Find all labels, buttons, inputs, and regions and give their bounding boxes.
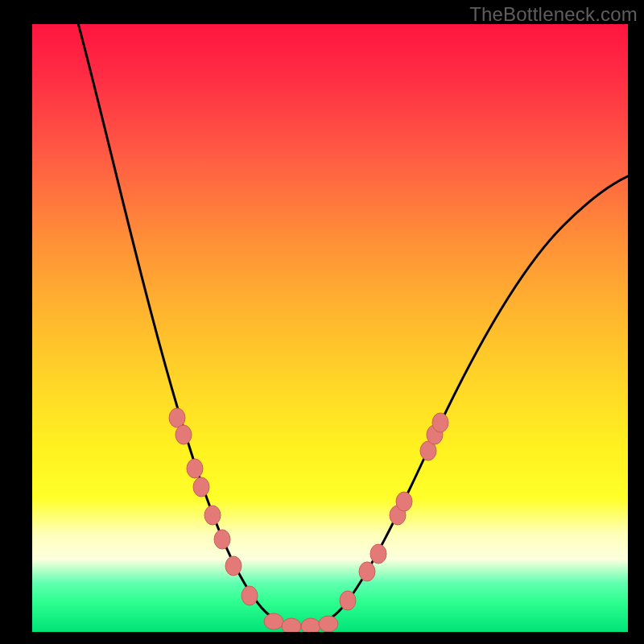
plot-area <box>32 24 628 632</box>
svg-point-4 <box>204 506 221 525</box>
svg-point-5 <box>214 530 230 549</box>
svg-point-8 <box>264 613 283 630</box>
svg-point-9 <box>282 618 301 632</box>
watermark-text: TheBottleneck.com <box>469 3 638 26</box>
svg-point-19 <box>432 413 448 432</box>
svg-point-16 <box>396 492 412 511</box>
svg-point-7 <box>242 586 258 605</box>
svg-point-3 <box>193 477 209 497</box>
svg-point-13 <box>359 562 375 581</box>
svg-point-14 <box>370 544 386 564</box>
data-points-left-branch <box>169 408 258 605</box>
bottleneck-curve <box>32 24 628 632</box>
svg-point-0 <box>169 408 185 427</box>
svg-point-11 <box>319 616 338 632</box>
svg-point-10 <box>301 618 320 632</box>
svg-point-6 <box>225 556 242 576</box>
svg-point-12 <box>340 591 356 610</box>
data-points-bottom <box>264 613 338 632</box>
data-points-right-branch <box>340 413 448 610</box>
svg-point-1 <box>175 425 192 444</box>
svg-point-2 <box>187 459 203 478</box>
chart-frame: TheBottleneck.com <box>0 0 644 644</box>
main-curve-path <box>77 24 628 626</box>
